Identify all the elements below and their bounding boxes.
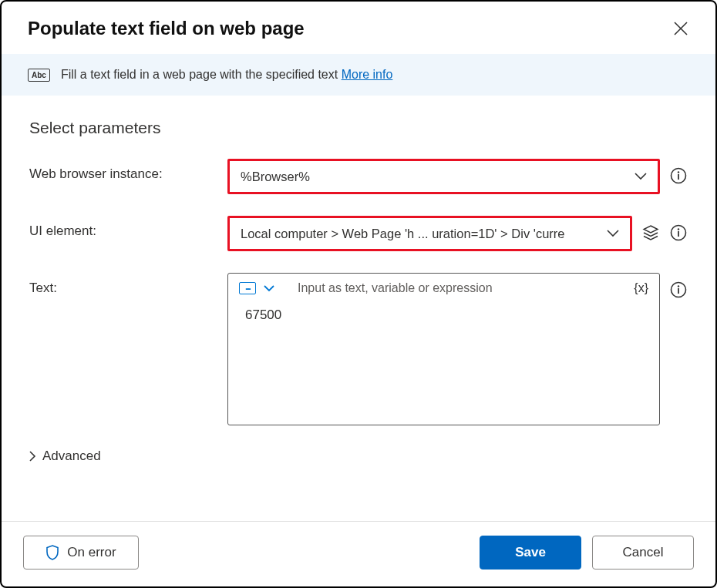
param-label-text: Text: (29, 273, 218, 296)
on-error-label: On error (67, 545, 116, 560)
info-icon-browser[interactable] (669, 166, 688, 185)
param-label-browser: Web browser instance: (29, 159, 218, 182)
svg-rect-8 (678, 288, 679, 294)
info-bar: Abc Fill a text field in a web page with… (2, 54, 715, 96)
chevron-right-icon (29, 451, 36, 462)
param-label-uielement: UI element: (29, 216, 218, 239)
save-button[interactable]: Save (480, 536, 581, 570)
close-button[interactable] (669, 17, 692, 40)
uielement-dropdown-value: Local computer > Web Page 'h ... uration… (241, 227, 607, 241)
chevron-down-icon (607, 230, 619, 237)
svg-point-7 (678, 285, 679, 287)
advanced-toggle[interactable]: Advanced (29, 449, 688, 464)
chevron-down-icon (635, 173, 647, 180)
layers-icon[interactable] (641, 223, 660, 242)
dialog-footer: On error Save Cancel (2, 521, 715, 586)
param-row-browser: Web browser instance: %Browser% (29, 159, 688, 194)
dialog-header: Populate text field on web page (2, 2, 715, 54)
section-title: Select parameters (29, 119, 688, 137)
dialog: Populate text field on web page Abc Fill… (0, 0, 717, 588)
svg-rect-5 (678, 231, 679, 237)
text-input-toolbar: -- Input as text, variable or expression… (228, 274, 659, 298)
chevron-down-icon[interactable] (264, 285, 274, 292)
cancel-button[interactable]: Cancel (592, 536, 694, 570)
close-icon (674, 22, 688, 35)
info-text: Fill a text field in a web page with the… (61, 68, 392, 82)
more-info-link[interactable]: More info (342, 68, 393, 81)
text-input-value[interactable]: 67500 (228, 298, 659, 332)
svg-point-1 (678, 171, 679, 173)
dialog-title: Populate text field on web page (28, 18, 305, 39)
on-error-button[interactable]: On error (23, 536, 139, 570)
input-type-icon[interactable]: -- (239, 282, 256, 294)
svg-rect-2 (678, 174, 679, 180)
param-row-uielement: UI element: Local computer > Web Page 'h… (29, 216, 688, 251)
variable-icon[interactable]: {x} (634, 281, 648, 295)
uielement-dropdown[interactable]: Local computer > Web Page 'h ... uration… (227, 216, 632, 251)
shield-icon (45, 545, 59, 560)
text-input-box[interactable]: -- Input as text, variable or expression… (227, 273, 660, 425)
textfield-icon: Abc (28, 69, 50, 82)
param-row-text: Text: -- Input as text, variable or expr… (29, 273, 688, 425)
browser-dropdown[interactable]: %Browser% (227, 159, 660, 194)
content-area: Select parameters Web browser instance: … (2, 96, 715, 521)
svg-point-4 (678, 228, 679, 230)
browser-dropdown-value: %Browser% (241, 170, 635, 184)
info-icon-text[interactable] (669, 281, 688, 299)
advanced-label: Advanced (42, 449, 101, 464)
text-input-placeholder: Input as text, variable or expression (282, 281, 626, 295)
info-icon-uielement[interactable] (669, 223, 688, 242)
